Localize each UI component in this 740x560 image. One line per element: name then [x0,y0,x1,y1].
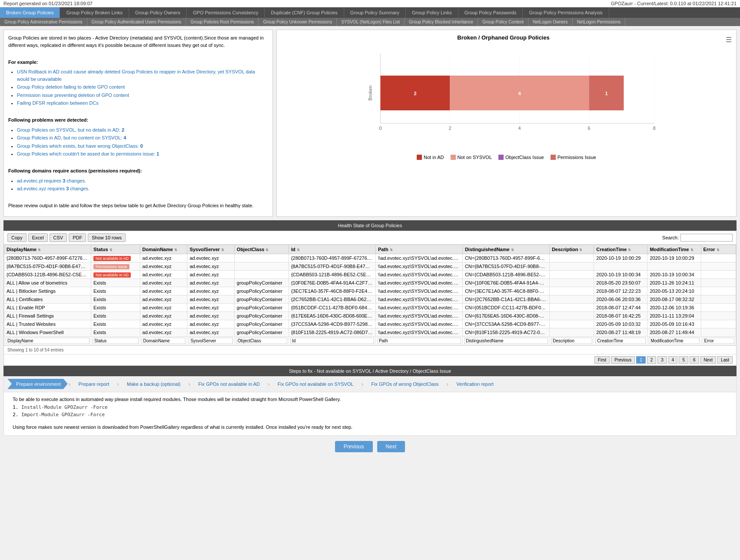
step-fix-objectclass[interactable]: Fix GPOs of wrong ObjectClass [364,379,445,389]
tab-broken-group-policies[interactable]: Broken Group Policies [0,7,60,18]
col-header-error[interactable]: Error ⇅ [701,245,736,254]
problems-label: Following problems were detected: [8,116,268,124]
cell-path: \\ad.evotec.xyz\SYSVOL\ad.evotec.xyz\Pol… [375,320,462,328]
svg-text:0: 0 [379,126,382,131]
tab2-root-permissions[interactable]: Group Policies Root Permissions [186,18,259,26]
col-header-status[interactable]: Status ⇅ [91,245,140,254]
cell-error [701,303,736,311]
cell-modificationtime [647,262,701,270]
steps-section-header: Steps to fix - Not available on SYSVOL /… [3,366,737,376]
tab-passwords[interactable]: Group Policy Passwords [458,7,523,18]
tab2-netlogon-owners[interactable]: NetLogon Owners [528,18,573,26]
filter-displayname[interactable] [6,338,90,344]
step-fix-not-on-sysvol[interactable]: Fix GPOs not available on SYSVOL [271,379,361,389]
csv-button[interactable]: CSV [50,233,67,242]
tab-duplicate[interactable]: Duplicate (CNF) Group Policies [265,7,344,18]
cell-displayname: ALL | Enable RDP [4,303,91,311]
cell-id: {CDABB503-121B-4896-BE52-C5E371896A17} [289,270,375,278]
pagination-next[interactable]: Next [700,356,717,364]
cell-id: {3EC7E1A0-357F-46C8-88F0-F2E4834E7AE6} [289,287,375,295]
filter-domainname[interactable] [142,338,186,344]
filter-error[interactable] [703,338,734,344]
filter-distinguishedname[interactable] [464,338,548,344]
cell-error [701,328,736,336]
pagination-page-5[interactable]: 5 [679,356,688,364]
cell-path: \\ad.evotec.xyz\SYSVOL\ad.evotec.xyz\Pol… [375,303,462,311]
problem-item: Group Policies on SYSVOL, but no details… [17,126,268,134]
pagination-row: First Previous 1 2 3 4 5 6 Next Last [4,354,736,365]
step-verification[interactable]: Verification report [449,379,501,389]
filter-status[interactable] [93,338,139,344]
tab-permissions-consistency[interactable]: GPO Permissions Consistency [187,7,265,18]
cell-id: {37CC53AA-5298-4CD9-B977-5298-4CD9-B977-… [289,320,375,328]
pagination-page-6[interactable]: 6 [690,356,699,364]
table-row: ALL | Enable RDP Exists ad.evotec.xyz ad… [4,303,736,311]
cell-sysvolserver: ad.evotec.xyz [187,320,234,328]
tab-broken-links[interactable]: Group Policy Broken Links [60,7,129,18]
pagination-page-2[interactable]: 2 [647,356,657,364]
tab-summary[interactable]: Group Policy Summary [344,7,406,18]
steps-content: To be able to execute actions in automat… [3,392,737,436]
tab2-netlogon-permissions[interactable]: NetLogon Permissions [573,18,626,26]
domains-label: Following domains require actions (permi… [8,167,268,175]
cell-description [549,295,594,303]
cell-distinguishedname: CN={8A7BC515-07FD-4D1F-90B8-E47C15F89295… [462,262,549,270]
tab2-sysvol-files[interactable]: SYSVOL (NetLogon) Files List [337,18,405,26]
filter-id[interactable] [290,338,374,344]
tab2-admin-permissions[interactable]: Group Policy Administrative Permissions [0,18,87,26]
pagination-page-4[interactable]: 4 [668,356,678,364]
col-header-sysvolserver[interactable]: SysvolServer ⇅ [187,245,234,254]
pagination-last[interactable]: Last [717,356,733,364]
copy-button[interactable]: Copy [7,233,27,242]
cell-description [549,262,594,270]
step-prepare-environment[interactable]: Prepare environment [7,379,68,389]
filter-creationtime[interactable] [595,338,646,344]
search-input[interactable] [680,234,733,242]
col-header-distinguishedname[interactable]: DistinguishedName ⇅ [462,245,549,254]
tab2-blocked-inheritance[interactable]: Group Policy Blocked Inheritance [405,18,478,26]
step-backup[interactable]: Make a backup (optional) [120,379,188,389]
col-header-objectclass[interactable]: ObjectClass ⇅ [234,245,289,254]
cell-status: Exists [91,328,140,336]
col-header-path[interactable]: Path ⇅ [375,245,462,254]
cell-id: {051BCDDF-CC11-427B-BDF0-684C0A6E3D0B} [289,303,375,311]
step-fix-not-in-ad[interactable]: Fix GPOs not available in AD [191,379,267,389]
tab-permissions-analysis[interactable]: Group Policy Permissions Analysis [523,7,609,18]
col-header-domainname[interactable]: DomainName ⇅ [140,245,187,254]
filter-description[interactable] [551,338,592,344]
col-header-id[interactable]: Id ⇅ [289,245,375,254]
filter-sysvolserver[interactable] [189,338,232,344]
step-command-1: Install-Module GPOZaurr -Force [21,404,727,410]
cell-distinguishedname: CN={051BCDDF-CC11-427B-BDF0-684C0A6E3D0B… [462,303,549,311]
pdf-button[interactable]: PDF [69,233,86,242]
col-header-creationtime[interactable]: CreationTime ⇅ [594,245,647,254]
cell-displayname: ALL | Certificates [4,295,91,303]
cell-status: Permissions issue [91,262,140,270]
legend-label-not-on-sysvol: Not on SYSVOL [458,155,492,160]
col-header-modificationtime[interactable]: ModificationTime ⇅ [647,245,701,254]
tab2-auth-users[interactable]: Group Policy Authenticated Users Permiss… [87,18,186,26]
tab2-unknown-permissions[interactable]: Group Policy Unknown Permissions [259,18,337,26]
previous-button[interactable]: Previous [335,441,373,452]
pagination-page-3[interactable]: 3 [657,356,667,364]
tab-links[interactable]: Group Policy Links [406,7,458,18]
show-rows-button[interactable]: Show 10 rows [88,233,126,242]
cell-creationtime: 2020-05-09 10:03:32 [594,320,647,328]
next-button[interactable]: Next [377,441,405,452]
filter-modificationtime[interactable] [649,338,699,344]
col-header-description[interactable]: Description ⇅ [549,245,594,254]
col-header-displayname[interactable]: DisplayName ⇅ [4,245,91,254]
cell-description [549,278,594,287]
filter-objectclass[interactable] [236,338,287,344]
tab2-content[interactable]: Group Policy Content [478,18,528,26]
step-prepare-report[interactable]: Prepare report [71,379,116,389]
problem-item: Group Policies in AD, but no content on … [17,134,268,142]
chart-menu-icon[interactable]: ☰ [726,36,732,44]
pagination-first[interactable]: First [594,356,610,364]
pagination-previous[interactable]: Previous [611,356,635,364]
excel-button[interactable]: Excel [28,233,48,242]
pagination-page-1[interactable]: 1 [636,356,646,364]
filter-path[interactable] [377,338,461,344]
tab-owners[interactable]: Group Policy Owners [129,7,187,18]
cell-objectclass: groupPolicyContainer [234,328,289,336]
